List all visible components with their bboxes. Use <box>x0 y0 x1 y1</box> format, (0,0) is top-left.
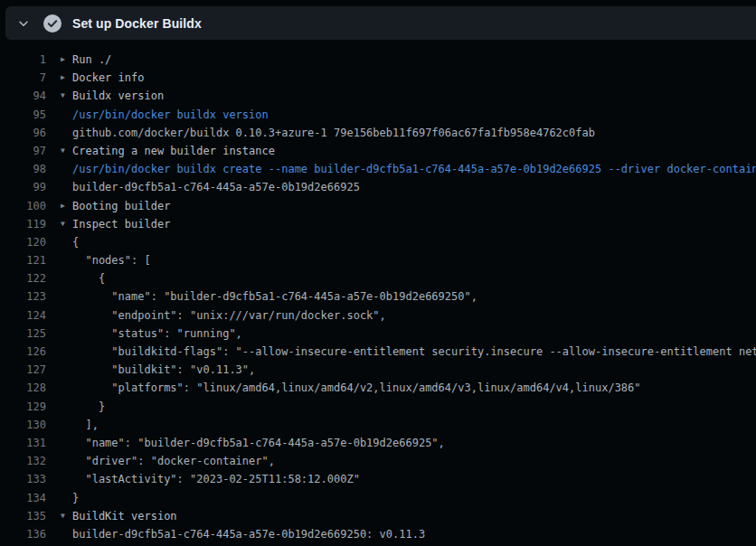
line-number[interactable]: 131 <box>0 434 46 452</box>
log-line-row: 96 github.com/docker/buildx 0.10.3+azure… <box>0 124 756 142</box>
line-text: builder-d9cfb5a1-c764-445a-a57e-0b19d2e6… <box>72 178 360 196</box>
triangle-down-icon[interactable]: ▼ <box>61 87 72 105</box>
chevron-down-icon[interactable] <box>16 16 31 31</box>
log-line-row: 125 "status": "running", <box>0 325 756 343</box>
triangle-down-icon[interactable]: ▼ <box>61 142 72 160</box>
log-line-row[interactable]: 100 ▶ Booting builder <box>0 197 756 215</box>
log-line-row[interactable]: 94 ▼ Buildx version <box>0 87 756 105</box>
line-text: "platforms": "linux/amd64,linux/amd64/v2… <box>72 379 641 397</box>
log-line-row: 98 /usr/bin/docker buildx create --name … <box>0 160 756 178</box>
line-number[interactable]: 129 <box>0 398 46 416</box>
log-line-row[interactable]: 7 ▶ Docker info <box>0 69 756 87</box>
log-line-row: 124 "endpoint": "unix:///var/run/docker.… <box>0 306 756 325</box>
line-number[interactable]: 134 <box>0 489 46 507</box>
log-area: 1 ▶ Run ./ 7 ▶ Docker info 94 ▼ Buildx v… <box>0 40 756 543</box>
line-number[interactable]: 98 <box>0 160 46 178</box>
line-number[interactable]: 97 <box>0 142 46 160</box>
line-number[interactable]: 122 <box>0 269 46 287</box>
log-line-row: 123 "name": "builder-d9cfb5a1-c764-445a-… <box>0 287 756 306</box>
log-line-row: 130 ], <box>0 416 756 434</box>
log-lines: 1 ▶ Run ./ 7 ▶ Docker info 94 ▼ Buildx v… <box>0 51 756 543</box>
line-number[interactable]: 128 <box>0 379 46 397</box>
line-number[interactable]: 135 <box>0 507 46 525</box>
line-text: "status": "running", <box>72 325 242 343</box>
triangle-right-icon[interactable]: ▶ <box>61 51 72 69</box>
line-text: Buildx version <box>72 87 164 105</box>
triangle-right-icon[interactable]: ▶ <box>61 197 72 215</box>
log-line-row: 132 "driver": "docker-container", <box>0 452 756 470</box>
line-number[interactable]: 127 <box>0 361 46 379</box>
line-number[interactable]: 123 <box>0 287 46 306</box>
step-title: Set up Docker Buildx <box>72 16 202 31</box>
line-number[interactable]: 125 <box>0 325 46 343</box>
log-line-row: 121 "nodes": [ <box>0 251 756 269</box>
log-line-row[interactable]: 135 ▼ BuildKit version <box>0 507 756 525</box>
line-text: BuildKit version <box>72 507 177 525</box>
line-number[interactable]: 124 <box>0 306 46 325</box>
triangle-down-icon[interactable]: ▼ <box>61 507 72 525</box>
line-number[interactable]: 1 <box>0 51 46 69</box>
log-line-row: 99 builder-d9cfb5a1-c764-445a-a57e-0b19d… <box>0 178 756 196</box>
line-text: { <box>72 269 105 287</box>
log-line-row: 122 { <box>0 269 756 287</box>
line-text: } <box>72 489 79 507</box>
line-number[interactable]: 130 <box>0 416 46 434</box>
log-line-row[interactable]: 97 ▼ Creating a new builder instance <box>0 142 756 160</box>
log-line-row: 136 builder-d9cfb5a1-c764-445a-a57e-0b19… <box>0 525 756 543</box>
line-text: builder-d9cfb5a1-c764-445a-a57e-0b19d2e6… <box>72 525 425 543</box>
line-number[interactable]: 100 <box>0 197 46 215</box>
triangle-right-icon[interactable]: ▶ <box>61 69 72 87</box>
log-line-row: 127 "buildkit": "v0.11.3", <box>0 361 756 379</box>
line-text: Docker info <box>72 69 144 87</box>
line-text: } <box>72 398 105 416</box>
line-text: "lastActivity": "2023-02-25T11:58:12.000… <box>72 470 360 488</box>
line-text: Run ./ <box>72 51 111 69</box>
line-number[interactable]: 121 <box>0 251 46 269</box>
line-text: Inspect builder <box>72 215 170 233</box>
line-text: "buildkit": "v0.11.3", <box>72 361 255 379</box>
line-text: "buildkitd-flags": "--allow-insecure-ent… <box>72 343 756 361</box>
line-number[interactable]: 119 <box>0 215 46 233</box>
line-text: github.com/docker/buildx 0.10.3+azure-1 … <box>72 124 595 142</box>
line-text: "nodes": [ <box>72 251 151 269</box>
line-text: "driver": "docker-container", <box>72 452 275 470</box>
line-number[interactable]: 120 <box>0 233 46 251</box>
line-text: "endpoint": "unix:///var/run/docker.sock… <box>72 306 386 325</box>
line-text: /usr/bin/docker buildx create --name bui… <box>72 160 756 178</box>
step-header[interactable]: Set up Docker Buildx <box>5 6 756 40</box>
line-number[interactable]: 136 <box>0 525 46 543</box>
log-line-row: 134 } <box>0 489 756 507</box>
line-number[interactable]: 133 <box>0 470 46 488</box>
line-text: { <box>72 233 79 251</box>
log-line-row: 95 /usr/bin/docker buildx version <box>0 106 756 124</box>
line-text: Booting builder <box>72 197 170 215</box>
line-text: Creating a new builder instance <box>72 142 275 160</box>
line-text: ], <box>72 416 99 434</box>
line-number[interactable]: 94 <box>0 87 46 105</box>
log-line-row: 129 } <box>0 398 756 416</box>
line-number[interactable]: 95 <box>0 106 46 124</box>
line-text: "name": "builder-d9cfb5a1-c764-445a-a57e… <box>72 287 477 306</box>
check-circle-icon <box>43 14 61 33</box>
line-number[interactable]: 126 <box>0 343 46 361</box>
log-line-row: 126 "buildkitd-flags": "--allow-insecure… <box>0 343 756 361</box>
triangle-down-icon[interactable]: ▼ <box>61 215 72 233</box>
line-number[interactable]: 96 <box>0 124 46 142</box>
log-line-row: 128 "platforms": "linux/amd64,linux/amd6… <box>0 379 756 397</box>
line-text: /usr/bin/docker buildx version <box>72 106 269 124</box>
log-line-row: 131 "name": "builder-d9cfb5a1-c764-445a-… <box>0 434 756 452</box>
line-number[interactable]: 132 <box>0 452 46 470</box>
log-line-row[interactable]: 119 ▼ Inspect builder <box>0 215 756 233</box>
log-line-row[interactable]: 1 ▶ Run ./ <box>0 51 756 69</box>
log-line-row: 120 { <box>0 233 756 251</box>
line-text: "name": "builder-d9cfb5a1-c764-445a-a57e… <box>72 434 445 452</box>
line-number[interactable]: 7 <box>0 69 46 87</box>
line-number[interactable]: 99 <box>0 178 46 196</box>
log-line-row: 133 "lastActivity": "2023-02-25T11:58:12… <box>0 470 756 488</box>
